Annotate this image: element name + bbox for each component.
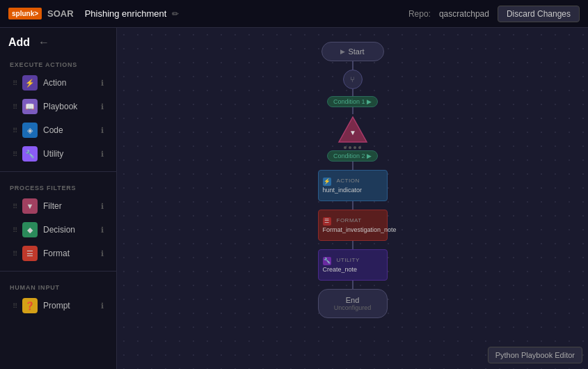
flow-container: ▶ Start ⑂ Condition 1 ▶ ▼ [318, 42, 388, 318]
format-node-row: ☰ FORMAT [323, 217, 383, 226]
drag-handle: ⠿ [13, 203, 17, 210]
page-title: Phishing enrichment [85, 8, 167, 19]
section-human-input-label: HUMAN INPUT [0, 277, 116, 294]
connector-3 [352, 107, 353, 114]
filter-node-svg: ▼ [337, 114, 368, 145]
python-playbook-editor-button[interactable]: Python Playbook Editor [488, 347, 582, 363]
main-content: Add ← EXECUTE ACTIONS ⠿ ⚡ Action ℹ ⠿ 📖 P… [0, 28, 588, 369]
repo-name: qascratchpad [439, 9, 489, 19]
logo-area: splunk> SOAR [8, 8, 74, 19]
action-info-icon[interactable]: ℹ [101, 79, 104, 88]
node-start[interactable]: ▶ Start [321, 42, 384, 61]
utility-label: Utility [43, 149, 95, 159]
dot-1 [344, 146, 347, 149]
prompt-info-icon[interactable]: ℹ [101, 301, 104, 311]
action-label: Action [43, 78, 95, 88]
action-node-label-top: ACTION [337, 178, 360, 184]
action-node-label-main: hunt_indicator [323, 187, 363, 194]
decision-info-icon[interactable]: ℹ [101, 226, 104, 235]
repo-label: Repo: [408, 9, 431, 19]
playbook-info-icon[interactable]: ℹ [101, 102, 104, 111]
code-icon: ◈ [22, 123, 38, 138]
action-node-row: ⚡ ACTION [323, 178, 383, 186]
format-icon: ☰ [22, 246, 38, 261]
utility-info-icon[interactable]: ℹ [101, 150, 104, 159]
filter-info-icon[interactable]: ℹ [101, 202, 104, 211]
branch-icon: ⑂ [350, 75, 355, 84]
divider-1 [0, 171, 116, 172]
sidebar-item-action[interactable]: ⠿ ⚡ Action ℹ [3, 71, 113, 95]
drag-handle: ⠿ [13, 79, 17, 87]
sidebar-item-code[interactable]: ⠿ ◈ Code ℹ [3, 118, 113, 142]
code-info-icon[interactable]: ℹ [101, 126, 104, 135]
node-action[interactable]: ⚡ ACTION hunt_indicator [318, 170, 388, 201]
condition-2-badge[interactable]: Condition 2 ▶ [327, 150, 378, 162]
drag-handle: ⠿ [13, 250, 17, 258]
drag-handle: ⠿ [13, 226, 17, 234]
soar-label: SOAR [47, 8, 74, 19]
sidebar-item-format[interactable]: ⠿ ☰ Format ℹ [3, 242, 113, 265]
prompt-label: Prompt [43, 301, 95, 311]
dot-2 [349, 146, 351, 149]
format-label: Format [43, 249, 95, 258]
filter-node-wrap[interactable]: ▼ [332, 114, 374, 145]
format-node-icon: ☰ [323, 217, 331, 226]
connector-7 [352, 281, 353, 289]
connector-6 [352, 241, 353, 249]
end-sublabel: Unconfigured [334, 304, 372, 311]
prompt-icon: ❓ [22, 298, 38, 313]
svg-text:▼: ▼ [349, 129, 356, 136]
connector-2 [352, 89, 353, 96]
utility-node-label-main: Create_note [323, 266, 358, 274]
condition-2-label: Condition 2 ▶ [333, 152, 372, 159]
utility-node-label-top: UTILITY [337, 257, 360, 263]
drag-handle: ⠿ [13, 103, 17, 111]
format-node-label-main: Format_investigation_note [323, 226, 397, 234]
section-execute-actions-label: EXECUTE ACTIONS [0, 54, 116, 71]
utility-node-row: 🔧 UTILITY [323, 257, 383, 265]
edit-icon[interactable]: ✏ [172, 9, 179, 19]
drag-handle: ⠿ [13, 127, 17, 134]
utility-node-icon: 🔧 [323, 257, 331, 265]
sidebar-item-prompt[interactable]: ⠿ ❓ Prompt ℹ [3, 294, 113, 317]
action-node-icon: ⚡ [323, 178, 331, 186]
connector-4 [352, 162, 353, 170]
playbook-icon: 📖 [22, 99, 38, 114]
section-process-filters-label: PROCESS FILTERS [0, 178, 116, 194]
condition-1-label: Condition 1 ▶ [333, 98, 372, 105]
node-end[interactable]: End Unconfigured [318, 289, 388, 318]
topbar-right: Repo: qascratchpad Discard Changes [408, 6, 580, 22]
playbook-label: Playbook [43, 102, 95, 111]
drag-handle: ⠿ [13, 302, 17, 310]
format-node-label-top: FORMAT [337, 217, 362, 223]
divider-2 [0, 271, 116, 272]
dot-4 [358, 146, 361, 149]
decision-icon: ◆ [22, 222, 38, 237]
node-utility[interactable]: 🔧 UTILITY Create_note [318, 249, 388, 281]
sidebar-item-playbook[interactable]: ⠿ 📖 Playbook ℹ [3, 95, 113, 118]
splunk-logo: splunk> [8, 8, 42, 19]
sidebar-item-filter[interactable]: ⠿ ▼ Filter ℹ [3, 194, 113, 218]
start-label: Start [348, 47, 364, 56]
dots-connector [344, 145, 361, 150]
add-title: Add [8, 36, 30, 49]
code-label: Code [43, 125, 95, 135]
start-icon-small: ▶ [340, 48, 345, 55]
connector-1 [352, 61, 353, 70]
sidebar-item-decision[interactable]: ⠿ ◆ Decision ℹ [3, 218, 113, 242]
discard-changes-button[interactable]: Discard Changes [498, 6, 580, 22]
condition-1-badge[interactable]: Condition 1 ▶ [327, 96, 378, 107]
filter-icon: ▼ [22, 198, 38, 214]
utility-icon: 🔧 [22, 146, 38, 162]
sidebar-item-utility[interactable]: ⠿ 🔧 Utility ℹ [3, 142, 113, 166]
decision-label: Decision [43, 225, 95, 235]
topbar: splunk> SOAR Phishing enrichment ✏ Repo:… [0, 0, 588, 28]
sidebar: Add ← EXECUTE ACTIONS ⠿ ⚡ Action ℹ ⠿ 📖 P… [0, 28, 117, 369]
canvas: ▶ Start ⑂ Condition 1 ▶ ▼ [117, 28, 588, 369]
format-info-icon[interactable]: ℹ [101, 249, 104, 258]
node-format[interactable]: ☰ FORMAT Format_investigation_note [318, 210, 388, 241]
dot-3 [353, 146, 356, 149]
sidebar-header: Add ← [0, 36, 116, 54]
back-icon[interactable]: ← [38, 36, 49, 49]
branch-node[interactable]: ⑂ [343, 70, 363, 89]
